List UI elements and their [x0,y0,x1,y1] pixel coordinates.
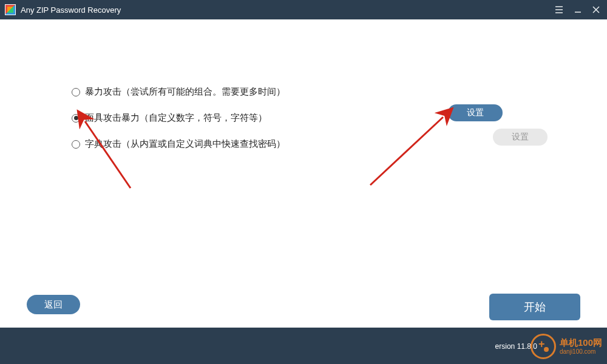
titlebar: Any ZIP Password Recovery [0,0,607,19]
settings-button[interactable]: 设置 [448,104,503,121]
app-icon [5,4,16,15]
button-label: 设置 [467,107,484,118]
button-label: 开始 [524,300,546,314]
watermark-en: danji100.com [560,348,602,355]
option-mask-attack[interactable]: 面具攻击暴力（自定义数字，符号，字符等） [72,112,583,124]
watermark-text: 单机100网 danji100.com [560,338,602,355]
option-brute-force[interactable]: 暴力攻击（尝试所有可能的组合。需要更多时间） [72,86,583,98]
option-label: 面具攻击暴力（自定义数字，符号，字符等） [85,112,267,124]
button-label: 设置 [512,132,529,143]
option-label: 暴力攻击（尝试所有可能的组合。需要更多时间） [85,86,285,98]
watermark-cn: 单机100网 [560,338,602,348]
radio-icon [72,114,80,123]
settings-button-disabled: 设置 [493,129,548,146]
content-area: 暴力攻击（尝试所有可能的组合。需要更多时间） 面具攻击暴力（自定义数字，符号，字… [0,19,607,328]
radio-icon [72,88,80,96]
titlebar-controls [555,6,600,13]
titlebar-left: Any ZIP Password Recovery [5,4,121,15]
close-icon[interactable] [592,6,600,13]
radio-icon [72,140,80,149]
footer: ersion 11.8.0 + 单机100网 danji100.com [0,328,607,364]
option-label: 字典攻击（从内置或自定义词典中快速查找密码） [85,138,285,150]
watermark: + 单机100网 danji100.com [531,334,602,359]
watermark-logo-icon: + [531,334,556,359]
back-button[interactable]: 返回 [27,295,80,314]
menu-icon[interactable] [555,6,563,13]
app-title: Any ZIP Password Recovery [21,5,121,15]
button-label: 返回 [44,299,63,311]
minimize-icon[interactable] [574,6,582,13]
start-button[interactable]: 开始 [489,294,580,320]
